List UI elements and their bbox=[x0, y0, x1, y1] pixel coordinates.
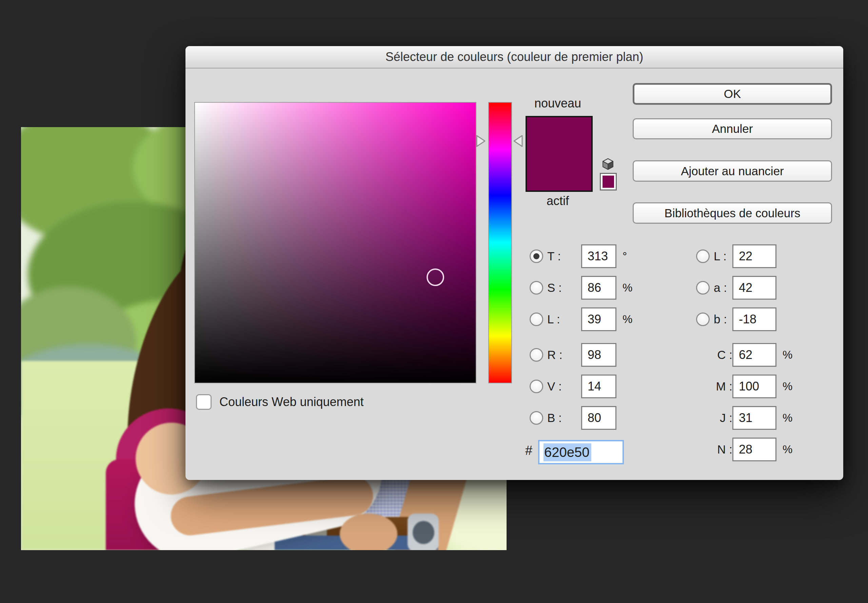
field-label: L : bbox=[547, 312, 581, 326]
radio-green[interactable] bbox=[530, 380, 543, 393]
field-label: a : bbox=[714, 281, 732, 295]
field-unit: % bbox=[783, 443, 792, 456]
field-row-hue: T : 313 ° bbox=[530, 244, 627, 268]
web-colors-only-checkbox[interactable] bbox=[196, 394, 212, 410]
field-label: L : bbox=[714, 249, 732, 263]
new-color-label: nouveau bbox=[524, 96, 592, 110]
field-value: 22 bbox=[739, 249, 752, 263]
current-color-label: actif bbox=[524, 194, 592, 208]
web-safe-color-swatch[interactable] bbox=[600, 173, 617, 190]
blue-value-input[interactable]: 80 bbox=[581, 406, 616, 430]
field-value: 42 bbox=[739, 281, 752, 295]
hex-hash-label: # bbox=[525, 443, 532, 458]
field-value: 62 bbox=[739, 348, 752, 362]
lab-l-value-input[interactable]: 22 bbox=[732, 244, 777, 268]
field-row-yellow: J : 31 % bbox=[696, 406, 792, 430]
field-label: V : bbox=[547, 380, 581, 393]
field-value: 100 bbox=[739, 379, 759, 394]
ok-button[interactable]: OK bbox=[633, 83, 832, 105]
saturation-value-input[interactable]: 86 bbox=[581, 276, 616, 300]
field-value: 39 bbox=[588, 312, 601, 326]
field-value: 313 bbox=[588, 249, 608, 263]
web-colors-only-label: Couleurs Web uniquement bbox=[220, 394, 364, 410]
field-label: b : bbox=[714, 312, 732, 326]
mother-hand bbox=[340, 513, 398, 550]
radio-lab-b[interactable] bbox=[696, 312, 710, 326]
radio-hue[interactable] bbox=[530, 249, 543, 263]
field-value: 28 bbox=[739, 442, 752, 456]
black-value-input[interactable]: 28 bbox=[732, 438, 777, 461]
hue-slider-arrow-right[interactable] bbox=[513, 135, 523, 147]
hex-color-value: 620e50 bbox=[543, 443, 591, 461]
saturation-brightness-field[interactable] bbox=[194, 102, 477, 383]
field-unit: % bbox=[783, 380, 792, 393]
field-unit: % bbox=[783, 348, 792, 361]
new-current-color-swatch[interactable] bbox=[526, 116, 593, 192]
field-row-saturation: S : 86 % bbox=[530, 276, 632, 300]
radio-red[interactable] bbox=[530, 348, 543, 362]
field-label: B : bbox=[547, 411, 581, 425]
color-libraries-label: Bibliothèques de couleurs bbox=[665, 206, 800, 220]
field-label: N : bbox=[696, 443, 732, 456]
add-to-swatches-button[interactable]: Ajouter au nuancier bbox=[633, 160, 832, 182]
yellow-value-input[interactable]: 31 bbox=[732, 406, 777, 430]
hex-color-input[interactable]: 620e50 bbox=[538, 440, 624, 464]
field-value: 80 bbox=[588, 411, 601, 425]
field-row-brightness: L : 39 % bbox=[530, 308, 632, 331]
field-unit: % bbox=[783, 411, 792, 424]
field-row-green: V : 14 bbox=[530, 374, 622, 398]
field-row-cyan: C : 62 % bbox=[696, 343, 792, 367]
field-unit: ° bbox=[622, 250, 627, 263]
field-label: T : bbox=[547, 249, 581, 263]
radio-lab-l[interactable] bbox=[696, 249, 710, 263]
field-row-lab-l: L : 22 bbox=[696, 244, 777, 268]
field-row-lab-b: b : -18 bbox=[696, 308, 777, 331]
dialog-title: Sélecteur de couleurs (couleur de premie… bbox=[385, 50, 643, 64]
field-value: 14 bbox=[588, 379, 601, 394]
cancel-button[interactable]: Annuler bbox=[633, 118, 832, 139]
radio-blue[interactable] bbox=[530, 411, 543, 425]
radio-lab-a[interactable] bbox=[696, 281, 710, 295]
field-row-blue: B : 80 bbox=[530, 406, 622, 430]
field-row-lab-a: a : 42 bbox=[696, 276, 777, 300]
green-value-input[interactable]: 14 bbox=[581, 374, 616, 398]
field-value: 98 bbox=[588, 348, 601, 362]
field-row-red: R : 98 bbox=[530, 343, 622, 367]
hue-value-input[interactable]: 313 bbox=[581, 244, 616, 268]
field-unit: % bbox=[622, 281, 632, 294]
field-row-black: N : 28 % bbox=[696, 438, 792, 461]
field-value: 86 bbox=[588, 281, 601, 295]
field-label: M : bbox=[696, 380, 732, 393]
field-unit: % bbox=[622, 313, 632, 326]
field-label: R : bbox=[547, 348, 581, 362]
watch-face bbox=[413, 521, 434, 544]
red-value-input[interactable]: 98 bbox=[581, 343, 616, 367]
color-picker-dialog: Sélecteur de couleurs (couleur de premie… bbox=[186, 46, 843, 480]
lab-b-value-input[interactable]: -18 bbox=[732, 308, 777, 331]
dialog-titlebar[interactable]: Sélecteur de couleurs (couleur de premie… bbox=[186, 46, 843, 68]
out-of-web-gamut-cube-icon[interactable] bbox=[601, 157, 615, 171]
field-value: -18 bbox=[739, 312, 757, 326]
cyan-value-input[interactable]: 62 bbox=[732, 343, 777, 367]
lab-a-value-input[interactable]: 42 bbox=[732, 276, 777, 300]
radio-brightness[interactable] bbox=[530, 312, 543, 326]
brightness-value-input[interactable]: 39 bbox=[581, 308, 616, 331]
color-libraries-button[interactable]: Bibliothèques de couleurs bbox=[633, 203, 832, 224]
hue-slider-arrow-left[interactable] bbox=[476, 135, 486, 147]
field-value: 31 bbox=[739, 411, 752, 425]
ok-button-label: OK bbox=[724, 87, 741, 100]
cancel-button-label: Annuler bbox=[712, 122, 753, 136]
color-field-marker[interactable] bbox=[427, 269, 444, 286]
field-label: J : bbox=[696, 411, 732, 425]
field-row-magenta: M : 100 % bbox=[696, 374, 792, 398]
field-label: C : bbox=[696, 348, 732, 362]
add-to-swatches-label: Ajouter au nuancier bbox=[681, 164, 784, 178]
hue-slider[interactable] bbox=[488, 102, 512, 383]
magenta-value-input[interactable]: 100 bbox=[732, 374, 777, 398]
radio-saturation[interactable] bbox=[530, 281, 543, 295]
field-label: S : bbox=[547, 281, 581, 295]
